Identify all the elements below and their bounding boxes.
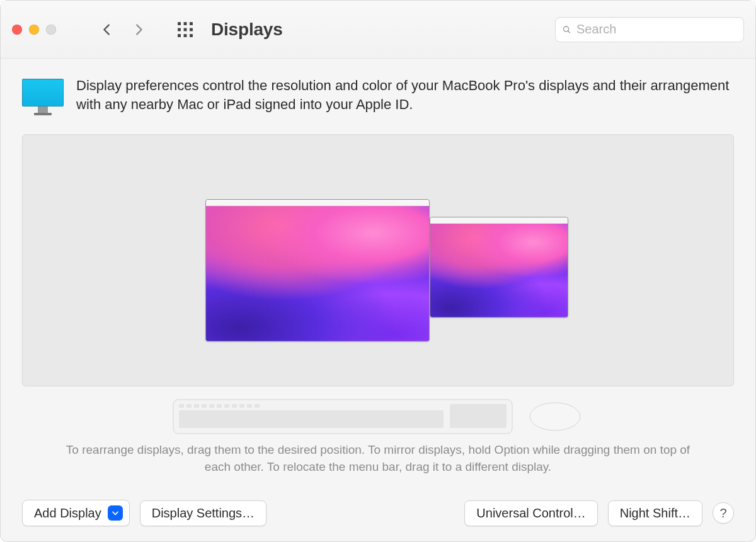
footer-buttons: Add Display Display Settings… Universal … xyxy=(1,500,755,541)
arrangement-hint: To rearrange displays, drag them to the … xyxy=(22,442,734,475)
show-all-prefs-button[interactable] xyxy=(177,21,193,38)
svg-rect-4 xyxy=(184,28,187,31)
svg-rect-6 xyxy=(178,34,181,37)
help-button[interactable]: ? xyxy=(713,502,734,524)
button-label: Universal Control… xyxy=(476,506,585,521)
svg-rect-3 xyxy=(178,28,181,31)
menubar-icon[interactable] xyxy=(430,217,568,224)
svg-rect-18 xyxy=(224,404,229,408)
svg-rect-22 xyxy=(255,404,260,408)
chevron-down-icon xyxy=(111,509,120,517)
svg-rect-20 xyxy=(239,404,244,408)
svg-rect-23 xyxy=(179,410,444,428)
wallpaper-preview xyxy=(430,224,568,317)
close-window-button[interactable] xyxy=(12,25,22,35)
search-icon xyxy=(562,23,571,36)
svg-rect-24 xyxy=(450,404,507,428)
content-area: Display preferences control the resoluti… xyxy=(1,59,755,500)
system-preferences-window: Displays Display preferences control the… xyxy=(0,0,756,542)
input-device-illustration xyxy=(22,398,734,434)
button-label: Display Settings… xyxy=(152,506,255,521)
svg-rect-13 xyxy=(186,404,192,408)
main-display[interactable] xyxy=(205,199,430,342)
mouse-icon xyxy=(527,398,583,434)
menubar-icon[interactable] xyxy=(206,200,429,206)
keyboard-icon xyxy=(173,398,513,434)
svg-rect-19 xyxy=(232,404,237,408)
display-settings-button[interactable]: Display Settings… xyxy=(140,500,266,526)
display-pref-icon xyxy=(22,79,64,115)
svg-rect-16 xyxy=(209,404,214,408)
svg-line-10 xyxy=(568,31,570,33)
secondary-display[interactable] xyxy=(430,217,568,318)
pane-title: Displays xyxy=(211,20,283,40)
add-display-button[interactable]: Add Display xyxy=(22,500,130,526)
button-label: Night Shift… xyxy=(620,506,690,521)
svg-rect-1 xyxy=(184,22,187,25)
svg-rect-15 xyxy=(202,404,207,408)
add-display-dropdown[interactable] xyxy=(108,505,123,521)
svg-rect-5 xyxy=(190,28,193,31)
night-shift-button[interactable]: Night Shift… xyxy=(608,500,702,526)
nav-buttons xyxy=(100,23,146,37)
pane-description: Display preferences control the resoluti… xyxy=(76,76,734,115)
display-arrangement-area[interactable] xyxy=(22,134,734,386)
minimize-window-button[interactable] xyxy=(29,25,39,35)
svg-rect-7 xyxy=(184,34,187,37)
traffic-lights xyxy=(12,25,56,35)
forward-button xyxy=(132,23,146,37)
svg-rect-0 xyxy=(178,22,181,25)
svg-rect-21 xyxy=(247,404,252,408)
svg-rect-2 xyxy=(190,22,193,25)
universal-control-button[interactable]: Universal Control… xyxy=(464,500,597,526)
titlebar: Displays xyxy=(1,1,755,59)
button-label: Add Display xyxy=(34,506,101,521)
svg-rect-14 xyxy=(194,404,199,408)
search-field[interactable] xyxy=(555,17,744,42)
search-input[interactable] xyxy=(575,21,737,37)
wallpaper-preview xyxy=(206,206,429,341)
svg-point-25 xyxy=(530,403,580,430)
help-icon: ? xyxy=(719,506,726,521)
back-button[interactable] xyxy=(100,23,114,37)
svg-rect-8 xyxy=(190,34,193,37)
svg-rect-17 xyxy=(217,404,222,408)
zoom-window-button xyxy=(46,25,56,35)
svg-rect-12 xyxy=(179,404,184,408)
